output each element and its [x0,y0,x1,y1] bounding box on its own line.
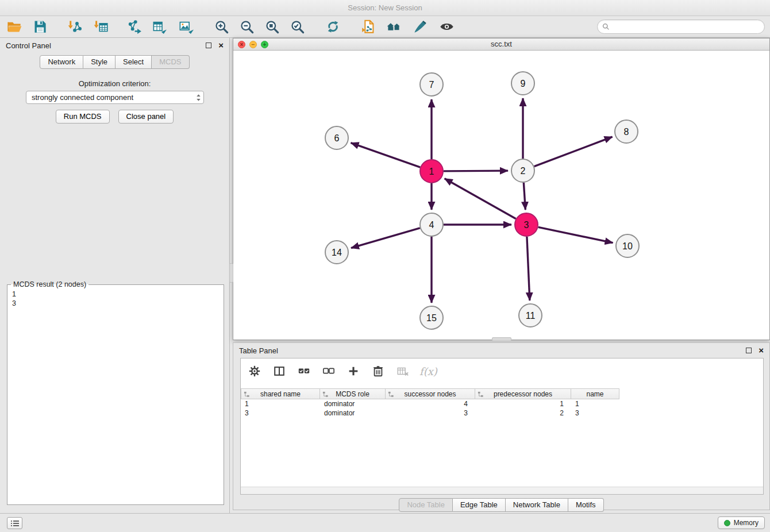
apply-style-button[interactable] [410,18,430,36]
column-type-icon [244,391,250,398]
svg-text:4: 4 [429,220,434,230]
delete-rows-button[interactable] [370,363,386,379]
graph-edge-1-2[interactable] [444,171,508,171]
float-window-icon[interactable] [746,348,752,353]
graph-node-9[interactable]: 9 [511,72,534,95]
add-column-button[interactable] [345,363,361,379]
network-view-window: × − + scc.txt 7968124314101511 [233,38,770,340]
network-graph[interactable]: 7968124314101511 [233,51,769,340]
column-header-mcds-role[interactable]: MCDS role [320,388,386,399]
graph-node-3[interactable]: 3 [515,213,538,236]
search-field[interactable] [597,20,765,34]
export-network-button[interactable] [124,18,144,36]
save-session-button[interactable] [30,18,49,36]
export-table-icon [152,19,167,34]
close-window-icon[interactable]: × [238,41,245,48]
show-hide-button[interactable] [437,18,456,36]
graph-node-15[interactable]: 15 [420,306,443,329]
tab-mcds[interactable]: MCDS [152,55,189,69]
column-header-predecessor-nodes[interactable]: predecessor nodes [475,388,571,399]
graph-node-7[interactable]: 7 [420,73,443,96]
column-header-shared-name[interactable]: shared name [241,388,320,399]
float-window-icon[interactable] [206,43,211,48]
zoom-fit-button[interactable] [262,18,282,36]
mcds-result-list[interactable]: 1 3 [7,285,224,308]
tab-edge-table[interactable]: Edge Table [453,498,506,512]
export-table-button[interactable] [149,18,169,36]
graph-node-1[interactable]: 1 [420,160,443,183]
graph-node-10[interactable]: 10 [616,234,639,257]
graph-edge-3-11[interactable] [527,237,530,300]
search-input[interactable] [613,22,756,31]
svg-text:3: 3 [524,220,529,230]
tab-style[interactable]: Style [83,55,116,69]
cell-shared-name: 1 [241,399,320,408]
graph-edge-2-3[interactable] [523,183,525,210]
criterion-select[interactable]: strongly connected component [26,91,204,104]
memory-button[interactable]: Memory [718,516,765,529]
table-row[interactable]: 3 dominator 3 2 3 [241,408,763,418]
zoom-out-icon [239,19,255,34]
cell-predecessor-nodes: 2 [475,408,571,418]
graph-node-8[interactable]: 8 [615,120,638,143]
table-panel: Table Panel × [233,342,770,510]
minimize-window-icon[interactable]: − [249,41,257,48]
delete-table-icon [396,365,409,377]
svg-text:11: 11 [526,311,536,321]
function-builder-button[interactable]: f(x) [419,365,437,377]
import-network-button[interactable] [64,18,84,36]
graph-edge-2-8[interactable] [534,137,613,166]
cell-name: 3 [571,408,619,418]
column-header-successor-nodes[interactable]: successor nodes [386,388,475,399]
select-all-icon [298,365,310,377]
network-window-titlebar[interactable]: × − + scc.txt [233,38,769,51]
import-table-button[interactable] [91,18,110,36]
tab-node-table[interactable]: Node Table [399,498,453,512]
close-panel-icon[interactable]: × [759,346,764,354]
deselect-all-button[interactable] [321,363,337,379]
graph-edge-3-10[interactable] [538,227,613,242]
show-columns-button[interactable] [271,363,287,379]
zoom-selected-button[interactable] [287,18,307,36]
delete-table-button[interactable] [395,363,411,379]
horizontal-scrollbar[interactable] [241,487,763,494]
graph-edge-3-1[interactable] [445,179,516,219]
close-panel-button[interactable]: Close panel [118,110,174,124]
export-image-button[interactable] [176,18,195,36]
home-network-button[interactable] [384,18,403,36]
maximize-window-icon[interactable]: + [261,41,268,48]
tab-select[interactable]: Select [116,55,152,69]
table-panel-tabs: Node Table Edge Table Network Table Moti… [233,498,769,512]
tab-network[interactable]: Network [40,55,83,69]
memory-button-label: Memory [734,519,759,527]
select-all-button[interactable] [296,363,312,379]
vertical-splitter-grip[interactable] [229,263,233,283]
close-panel-icon[interactable]: × [218,41,224,49]
network-canvas[interactable]: 7968124314101511 [233,51,769,340]
graph-node-14[interactable]: 14 [325,241,348,264]
open-session-button[interactable] [5,18,24,36]
zoom-out-button[interactable] [237,18,256,36]
memory-status-icon [724,520,730,526]
graph-node-4[interactable]: 4 [420,213,443,236]
zoom-in-button[interactable] [211,18,231,36]
import-network-icon [67,19,82,34]
run-mcds-button[interactable]: Run MCDS [56,110,110,124]
open-document-button[interactable] [359,18,378,36]
graph-node-11[interactable]: 11 [519,304,542,327]
cell-mcds-role: dominator [320,399,386,408]
graph-edge-1-6[interactable] [351,143,421,167]
table-row[interactable]: 1 dominator 4 1 1 [241,399,763,408]
graph-node-2[interactable]: 2 [511,159,534,182]
horizontal-splitter-grip[interactable] [492,337,511,341]
svg-text:15: 15 [426,313,437,323]
table-panel-title: Table Panel [239,346,278,355]
graph-edge-4-14[interactable] [351,228,420,248]
task-history-button[interactable] [7,517,22,529]
tab-motifs[interactable]: Motifs [568,498,604,512]
refresh-layout-button[interactable] [323,18,342,36]
column-header-name[interactable]: name [571,388,619,399]
graph-node-6[interactable]: 6 [325,126,348,149]
tab-network-table[interactable]: Network Table [506,498,568,512]
table-settings-button[interactable] [247,363,263,379]
